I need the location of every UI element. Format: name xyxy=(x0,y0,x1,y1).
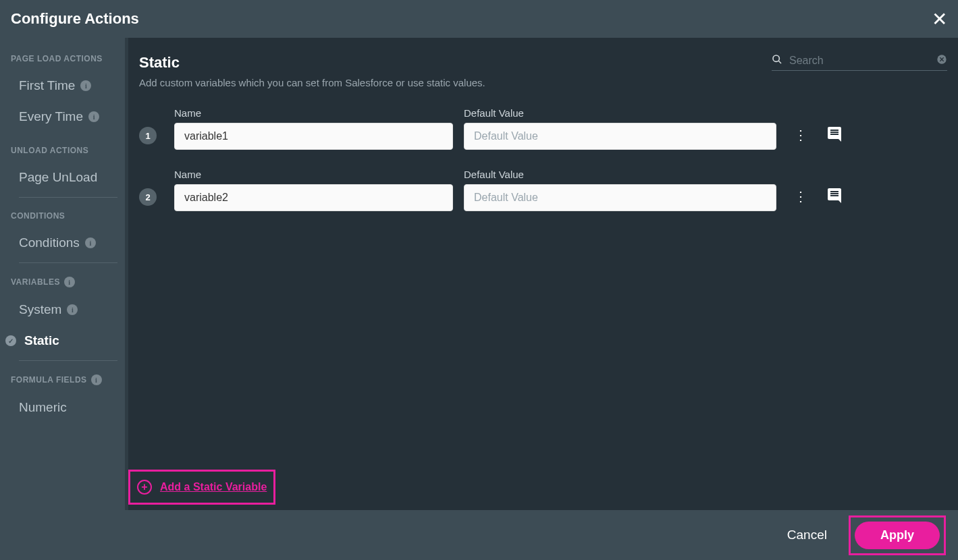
row-actions: ⋮ xyxy=(794,125,843,144)
value-label: Default Value xyxy=(464,107,776,119)
divider xyxy=(19,360,117,361)
svg-line-1 xyxy=(778,61,781,63)
add-variable-label: Add a Static Variable xyxy=(160,481,267,493)
sidebar-item-numeric[interactable]: Numeric xyxy=(0,392,128,423)
sidebar-group-formula: FORMULA FIELDS i xyxy=(0,368,128,392)
add-variable-highlight: + Add a Static Variable xyxy=(128,470,275,505)
sidebar-group-label: PAGE LOAD ACTIONS xyxy=(11,54,117,63)
value-field: Default Value xyxy=(464,169,776,211)
sidebar-item-every-time[interactable]: Every Time i xyxy=(0,101,128,132)
info-icon: i xyxy=(91,374,102,385)
info-icon: i xyxy=(64,277,75,287)
sidebar-group-page-load: PAGE LOAD ACTIONS xyxy=(0,47,128,70)
sidebar-item-label: Numeric xyxy=(19,400,67,415)
sidebar-group-label: FORMULA FIELDS i xyxy=(11,374,117,385)
row-actions: ⋮ xyxy=(794,187,843,206)
dialog-body: PAGE LOAD ACTIONS First Time i Every Tim… xyxy=(0,38,958,510)
more-icon[interactable]: ⋮ xyxy=(794,127,806,143)
sidebar-item-label: System xyxy=(19,302,61,317)
search-field xyxy=(772,54,947,71)
name-field: Name xyxy=(174,169,453,211)
sidebar-item-system[interactable]: System i xyxy=(0,294,128,325)
value-label: Default Value xyxy=(464,169,776,180)
sidebar-item-label: First Time xyxy=(19,78,75,93)
comment-icon[interactable] xyxy=(826,125,843,144)
close-icon[interactable]: ✕ xyxy=(932,8,947,30)
row-number-badge: 2 xyxy=(139,188,157,206)
dialog-header: Configure Actions ✕ xyxy=(0,0,958,38)
add-static-variable-button[interactable]: + Add a Static Variable xyxy=(137,480,267,495)
sidebar-item-static[interactable]: Static xyxy=(0,325,128,356)
name-input[interactable] xyxy=(174,123,453,150)
search-input[interactable] xyxy=(789,55,930,67)
sidebar-group-unload: UNLOAD ACTIONS xyxy=(0,139,128,162)
search-icon xyxy=(772,54,782,67)
cancel-button[interactable]: Cancel xyxy=(787,528,827,542)
svg-point-0 xyxy=(773,55,779,61)
sidebar-item-page-unload[interactable]: Page UnLoad xyxy=(0,162,128,193)
info-icon: i xyxy=(85,237,96,248)
dialog-footer: Cancel Apply xyxy=(0,510,958,560)
sidebar-group-label-text: FORMULA FIELDS xyxy=(11,375,87,385)
sidebar-item-conditions[interactable]: Conditions i xyxy=(0,227,128,258)
name-field: Name xyxy=(174,107,453,150)
name-input[interactable] xyxy=(174,184,453,211)
sidebar-group-label: CONDITIONS xyxy=(11,211,117,221)
sidebar-item-first-time[interactable]: First Time i xyxy=(0,70,128,101)
sidebar-item-label: Every Time xyxy=(19,109,83,124)
value-field: Default Value xyxy=(464,107,776,150)
name-label: Name xyxy=(174,169,453,180)
page-subtitle: Add custom variables which you can set f… xyxy=(139,77,485,88)
more-icon[interactable]: ⋮ xyxy=(794,188,806,204)
sidebar-item-label: Conditions xyxy=(19,235,80,250)
clear-icon[interactable] xyxy=(936,54,947,67)
page-title: Static xyxy=(139,54,485,72)
name-label: Name xyxy=(174,107,453,119)
row-number-badge: 1 xyxy=(139,127,157,144)
variable-row: 1 Name Default Value ⋮ xyxy=(139,107,947,150)
sidebar-group-label: UNLOAD ACTIONS xyxy=(11,146,117,155)
sidebar-group-label: VARIABLES i xyxy=(11,277,117,287)
variable-row: 2 Name Default Value ⋮ xyxy=(139,169,947,211)
comment-icon[interactable] xyxy=(826,187,843,206)
sidebar-group-variables: VARIABLES i xyxy=(0,270,128,294)
info-icon: i xyxy=(88,111,99,122)
value-input[interactable] xyxy=(464,123,776,150)
divider xyxy=(19,197,117,198)
info-icon: i xyxy=(80,80,91,91)
plus-icon: + xyxy=(137,480,152,495)
sidebar: PAGE LOAD ACTIONS First Time i Every Tim… xyxy=(0,38,128,510)
value-input[interactable] xyxy=(464,184,776,211)
dialog-title: Configure Actions xyxy=(11,10,139,28)
sidebar-group-label-text: VARIABLES xyxy=(11,277,60,287)
variable-rows: 1 Name Default Value ⋮ 2 xyxy=(139,107,947,211)
info-icon: i xyxy=(67,304,78,315)
main-panel: Static Add custom variables which you ca… xyxy=(128,38,958,510)
apply-button[interactable]: Apply xyxy=(855,522,940,549)
sidebar-item-label: Static xyxy=(24,333,59,348)
divider xyxy=(19,262,117,263)
sidebar-item-label: Page UnLoad xyxy=(19,170,97,185)
sidebar-group-conditions: CONDITIONS xyxy=(0,204,128,227)
main-header-row: Static Add custom variables which you ca… xyxy=(139,54,947,107)
apply-highlight: Apply xyxy=(849,515,946,555)
